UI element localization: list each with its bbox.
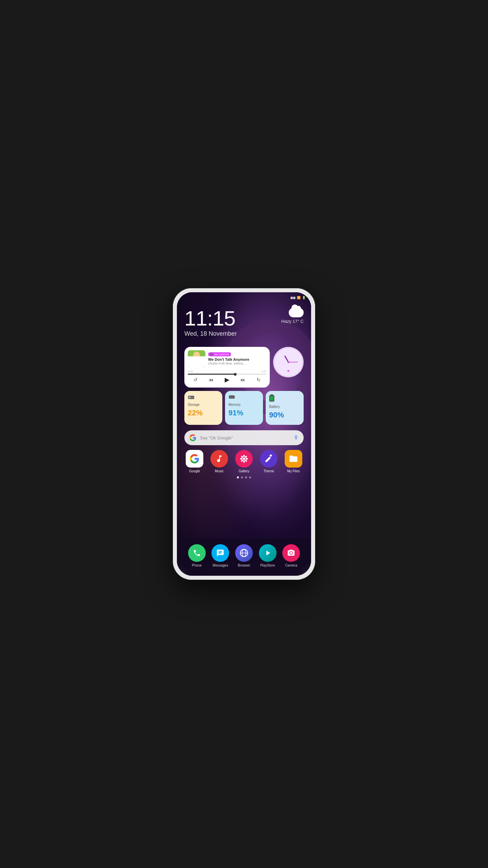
svg-rect-6 — [231, 396, 231, 398]
svg-point-20 — [246, 458, 248, 460]
progress-dot — [234, 373, 237, 376]
svg-rect-8 — [233, 396, 233, 398]
clock-center — [287, 361, 289, 363]
status-bar: ▮▮▮ 🛜 🔋 — [177, 292, 311, 302]
svg-point-18 — [243, 460, 245, 463]
svg-rect-12 — [233, 395, 233, 396]
microphone-icon[interactable]: 🎙 — [293, 435, 299, 441]
music-app-icon — [210, 450, 228, 468]
svg-rect-7 — [232, 396, 232, 398]
battery-label: Battery — [269, 405, 300, 409]
progress-bar[interactable] — [188, 374, 266, 375]
clock-face — [274, 348, 302, 376]
svg-rect-5 — [230, 396, 230, 398]
headphone-badge: 🎧 WH-1000XM4 — [208, 352, 231, 356]
storage-widget[interactable]: Storage 22% — [184, 391, 222, 425]
time-section: 11:15 Wed, 18 November — [184, 302, 304, 337]
song-title: We Don't Talk Anymore — [208, 357, 266, 362]
svg-rect-10 — [231, 395, 231, 396]
progress-area: 2:20 3:37 — [188, 370, 266, 375]
google-app-label: Google — [189, 469, 200, 473]
widgets-area: 🎧 WH-1000XM4 We Don't Talk Anymore Charl… — [184, 347, 304, 388]
phone-screen: Hazy 17° C ▮▮▮ 🛜 🔋 11:15 Wed, 18 Novembe… — [177, 292, 311, 576]
content-area: 11:15 Wed, 18 November — [177, 302, 311, 576]
clock-widget — [273, 347, 304, 377]
app-theme[interactable]: Theme — [260, 450, 278, 473]
music-top: 🎧 WH-1000XM4 We Don't Talk Anymore Charl… — [188, 350, 266, 368]
page-dot-0[interactable] — [237, 476, 239, 478]
search-placeholder: Say "Ok Google" — [200, 435, 290, 440]
replay-button[interactable]: ↺ — [194, 377, 198, 382]
album-art — [188, 350, 205, 368]
memory-widget[interactable]: Memory 91% — [225, 391, 263, 425]
search-bar[interactable]: Say "Ok Google" 🎙 — [184, 430, 304, 445]
svg-point-24 — [241, 459, 243, 462]
status-icons: ▮▮▮ 🛜 🔋 — [290, 296, 306, 299]
app-myfiles[interactable]: My Files — [285, 450, 302, 473]
next-button[interactable]: ⏭ — [241, 377, 245, 382]
minute-hand — [288, 362, 298, 362]
gallery-app-icon — [235, 450, 253, 468]
memory-label: Memory — [228, 403, 260, 407]
page-dot-3[interactable] — [249, 476, 251, 478]
time-display: 11:15 — [184, 308, 304, 329]
memory-icon — [228, 394, 260, 401]
svg-rect-2 — [191, 397, 194, 398]
progress-fill — [188, 374, 235, 375]
google-logo — [189, 434, 197, 441]
page-dot-2[interactable] — [245, 476, 247, 478]
music-controls: ↺ ⏮ ▶ ⏭ ↻ — [188, 376, 266, 383]
gallery-app-label: Gallery — [239, 469, 249, 473]
svg-rect-11 — [232, 395, 232, 396]
svg-point-19 — [240, 458, 242, 460]
app-gallery[interactable]: Gallery — [235, 450, 253, 473]
music-info: 🎧 WH-1000XM4 We Don't Talk Anymore Charl… — [208, 350, 266, 365]
svg-rect-3 — [191, 396, 192, 397]
app-music[interactable]: Music — [210, 450, 228, 473]
music-widget[interactable]: 🎧 WH-1000XM4 We Don't Talk Anymore Charl… — [184, 347, 270, 388]
wifi-icon: 🛜 — [297, 296, 301, 299]
svg-rect-9 — [230, 395, 230, 396]
music-app-label: Music — [215, 469, 224, 473]
prev-button[interactable]: ⏮ — [209, 377, 214, 382]
phone-frame: Hazy 17° C ▮▮▮ 🛜 🔋 11:15 Wed, 18 Novembe… — [173, 288, 315, 580]
forward-button[interactable]: ↻ — [257, 377, 261, 382]
clock-indicator — [287, 370, 289, 372]
storage-icon — [188, 394, 219, 401]
date-display: Wed, 18 November — [184, 330, 304, 337]
app-grid: Google Music — [184, 450, 304, 473]
google-app-icon — [186, 450, 203, 468]
song-artist: Charlie Puth (feat. Selena... — [208, 362, 266, 365]
battery-widget[interactable]: Battery 90% — [266, 391, 304, 425]
svg-rect-1 — [189, 396, 191, 398]
theme-app-icon — [260, 450, 278, 468]
signal-icon: ▮▮▮ — [290, 296, 296, 299]
page-dot-1[interactable] — [241, 476, 243, 478]
app-google[interactable]: Google — [186, 450, 203, 473]
myfiles-app-icon — [285, 450, 302, 468]
page-dots — [184, 476, 304, 478]
battery-widget-icon — [269, 394, 300, 403]
storage-label: Storage — [188, 403, 219, 407]
svg-point-22 — [245, 459, 247, 462]
time-labels: 2:20 3:37 — [188, 370, 266, 373]
storage-value: 22% — [188, 409, 219, 417]
play-button[interactable]: ▶ — [225, 376, 229, 383]
svg-rect-15 — [270, 396, 273, 401]
svg-point-17 — [243, 455, 245, 457]
svg-point-16 — [243, 458, 245, 460]
theme-app-label: Theme — [263, 469, 274, 473]
system-widgets: Storage 22% — [184, 391, 304, 425]
battery-value: 90% — [269, 411, 300, 419]
myfiles-app-label: My Files — [287, 469, 300, 473]
svg-point-21 — [241, 455, 243, 458]
memory-value: 91% — [228, 409, 260, 417]
svg-point-23 — [245, 455, 247, 458]
battery-icon: 🔋 — [302, 296, 306, 299]
